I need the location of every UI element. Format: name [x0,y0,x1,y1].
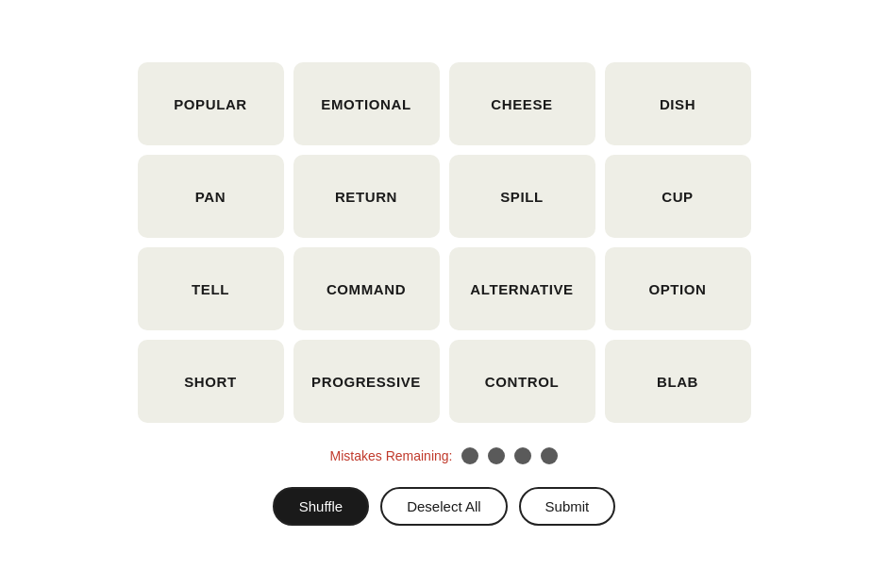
mistakes-label: Mistakes Remaining: [330,448,453,463]
word-tile[interactable]: SPILL [449,155,595,238]
word-tile[interactable]: CONTROL [449,340,595,423]
word-tile[interactable]: PROGRESSIVE [293,340,440,423]
shuffle-button[interactable]: Shuffle [273,487,369,526]
word-tile[interactable]: COMMAND [293,247,440,330]
word-tile[interactable]: BLAB [605,340,751,423]
mistake-dot-3 [514,447,531,464]
word-tile[interactable]: EMOTIONAL [293,62,440,145]
submit-button[interactable]: Submit [519,487,616,526]
game-container: POPULAREMOTIONALCHEESEDISHPANRETURNSPILL… [119,43,770,545]
word-tile[interactable]: OPTION [605,247,751,330]
mistakes-row: Mistakes Remaining: [330,447,559,464]
word-tile[interactable]: CUP [605,155,751,238]
mistake-dot-2 [488,447,505,464]
mistake-dot-1 [461,447,478,464]
word-tile[interactable]: POPULAR [138,62,284,145]
word-tile[interactable]: TELL [138,247,284,330]
word-grid: POPULAREMOTIONALCHEESEDISHPANRETURNSPILL… [138,62,751,423]
mistake-dot-4 [541,447,558,464]
word-tile[interactable]: PAN [138,155,284,238]
word-tile[interactable]: RETURN [293,155,440,238]
actions-row: Shuffle Deselect All Submit [273,487,616,526]
word-tile[interactable]: CHEESE [449,62,595,145]
word-tile[interactable]: SHORT [138,340,284,423]
word-tile[interactable]: DISH [605,62,751,145]
deselect-all-button[interactable]: Deselect All [380,487,507,526]
word-tile[interactable]: ALTERNATIVE [449,247,595,330]
